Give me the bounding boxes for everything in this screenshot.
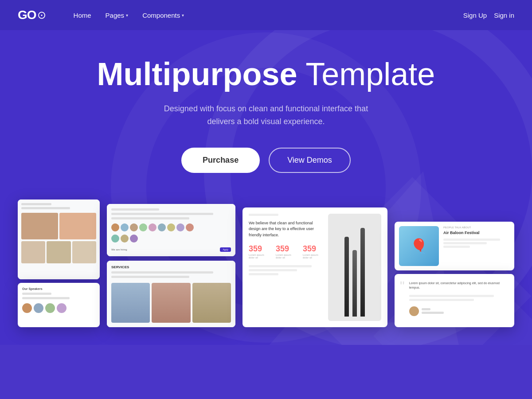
navbar: GO ⊙ Home Pages ▾ Components ▾ Sign Up S… [0,0,532,30]
nav-auth: Sign Up Sign in [463,12,514,19]
middle-card-title: We believe that clean and functional des… [249,220,323,239]
preview-card-balloon: 🎈 PEOPLE TALK ABOUT Air Baloon Festival [395,222,514,270]
nav-pages[interactable]: Pages ▾ [100,8,134,23]
logo-text: GO [18,8,36,22]
hero-title-bold: Multipurpose [97,56,297,92]
hero-section: Multipurpose Template Designed with focu… [0,30,532,345]
middle-card-image [328,214,381,321]
view-demos-button[interactable]: View Demos [269,148,351,173]
balloon-title: Air Baloon Festival [443,231,510,235]
balloon-icon: 🎈 [399,226,439,266]
signin-link[interactable]: Sign in [494,12,514,19]
hero-buttons: Purchase View Demos [181,148,351,173]
quote-mark: " [400,279,405,322]
purchase-button[interactable]: Purchase [181,148,260,173]
preview-card-photos [18,200,100,279]
balloon-image: 🎈 [399,226,439,266]
preview-left: Our Speakers [18,200,100,327]
nav-links: Home Pages ▾ Components ▾ [68,8,463,23]
services-label: SERVICES [111,265,231,269]
preview-center: We are hiring Apply SERVICES [107,204,235,327]
logo[interactable]: GO ⊙ [18,8,46,22]
hero-title: Multipurpose Template [97,57,435,92]
signup-link[interactable]: Sign Up [463,12,487,19]
balloon-label: PEOPLE TALK ABOUT [443,226,510,229]
speakers-label: Our Speakers [22,287,95,290]
hero-subtitle: Designed with focus on clean and functio… [151,102,381,128]
preview-card-middle: We believe that clean and functional des… [243,207,387,327]
preview-card-hiring: We are hiring Apply [107,204,235,256]
hero-title-light: Template [297,56,435,92]
preview-card-quote: " Lorem ipsum dolor sit, consectetur adi… [395,274,514,327]
hiring-label: We are hiring [111,248,127,251]
chevron-down-icon: ▾ [126,13,128,18]
preview-card-services: SERVICES [107,261,235,327]
preview-card-speakers: Our Speakers [18,283,100,327]
nav-components[interactable]: Components ▾ [137,8,189,23]
hero-previews: Our Speakers [9,200,523,327]
middle-prices: 359 Lorem ipsum dolor sit 359 Lorem ipsu… [249,244,323,259]
price-3: 359 Lorem ipsum dolor sit [303,244,323,259]
price-2: 359 Lorem ipsum dolor sit [276,244,296,259]
logo-icon: ⊙ [37,9,46,21]
preview-right: 🎈 PEOPLE TALK ABOUT Air Baloon Festival [395,222,514,327]
price-1: 359 Lorem ipsum dolor sit [249,244,269,259]
quote-text: Lorem ipsum dolor sit, consectetur adipi… [409,281,509,290]
chevron-down-icon: ▾ [182,13,184,18]
nav-home[interactable]: Home [68,8,97,23]
